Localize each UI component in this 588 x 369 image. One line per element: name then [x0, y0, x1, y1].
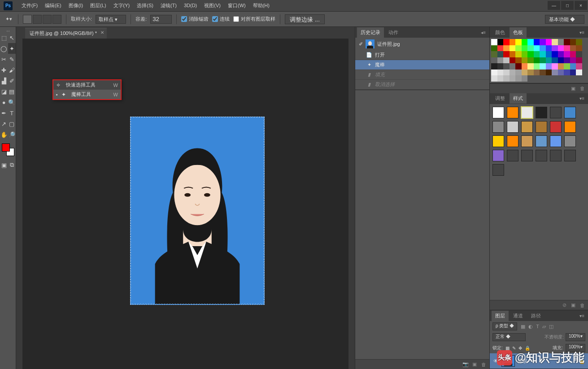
style-preset[interactable] — [492, 164, 504, 176]
new-swatch-icon[interactable]: ▣ — [570, 85, 576, 91]
swatch[interactable] — [510, 51, 516, 57]
swatch[interactable] — [552, 69, 558, 76]
pen-tool[interactable]: ✒ — [0, 108, 8, 118]
swatch[interactable] — [527, 39, 534, 45]
history-row[interactable]: ▮填充 — [355, 70, 489, 80]
menu-item[interactable]: 图像(I) — [65, 3, 87, 8]
history-row[interactable]: ▮取消选择 — [355, 80, 489, 90]
close-tab-icon[interactable]: ✕ — [100, 30, 104, 35]
move-tool[interactable]: ↖ — [8, 32, 16, 43]
swatch[interactable] — [515, 63, 522, 69]
history-document-row[interactable]: ✐ 证件照.jpg — [355, 38, 489, 50]
swatch[interactable] — [576, 39, 582, 45]
type-tool[interactable]: T — [8, 108, 16, 118]
swatch[interactable] — [534, 39, 540, 45]
all-layers-checkbox[interactable]: 对所有图层取样 — [233, 16, 275, 22]
swatch[interactable] — [510, 57, 516, 64]
swatch[interactable] — [515, 57, 522, 64]
swatch[interactable] — [540, 69, 546, 76]
blur-tool[interactable]: ● — [0, 97, 8, 108]
menu-item[interactable]: 选择(S) — [133, 3, 157, 8]
swatch[interactable] — [527, 45, 534, 52]
screen-mode[interactable]: ⧉ — [8, 160, 16, 170]
selection-add[interactable] — [33, 15, 42, 24]
swatch[interactable] — [564, 39, 570, 45]
selection-intersect[interactable] — [52, 15, 61, 24]
swatch[interactable] — [570, 57, 576, 64]
swatch[interactable] — [515, 75, 522, 82]
document-tab[interactable]: 证件照.jpg @ 100%(RGB/8#) *✕ — [25, 28, 107, 39]
filter-pixel-icon[interactable]: ▦ — [521, 324, 525, 330]
style-preset[interactable] — [564, 150, 576, 161]
menu-item[interactable]: 帮助(H) — [249, 3, 273, 8]
marquee-tool[interactable]: ⬚ — [0, 32, 8, 43]
hand-tool[interactable]: ✋ — [0, 129, 8, 140]
swatch[interactable] — [503, 51, 510, 57]
filter-smart-icon[interactable]: ◫ — [549, 324, 553, 330]
eyedropper-tool[interactable]: ✎ — [8, 54, 16, 65]
style-preset[interactable] — [564, 107, 576, 118]
zoom-tool[interactable]: 🔎 — [8, 129, 16, 140]
style-preset[interactable] — [550, 121, 562, 133]
style-preset[interactable] — [492, 121, 504, 133]
swatch[interactable] — [534, 51, 540, 57]
swatch[interactable] — [558, 51, 564, 57]
swatch[interactable] — [497, 51, 504, 57]
blend-mode-select[interactable]: 正常 ◆ — [492, 333, 526, 341]
opacity-input[interactable]: 100%▾ — [566, 333, 585, 341]
swatch[interactable] — [491, 45, 497, 52]
menu-item[interactable]: 文字(Y) — [110, 3, 134, 8]
swatch[interactable] — [522, 75, 528, 82]
dodge-tool[interactable]: 🔍 — [8, 97, 16, 108]
swatch[interactable] — [558, 57, 564, 64]
panel-menu-icon[interactable]: ▾≡ — [578, 30, 586, 35]
swatch[interactable] — [534, 45, 540, 52]
swatch[interactable] — [497, 45, 504, 52]
swatch[interactable] — [552, 63, 558, 69]
swatch[interactable] — [546, 51, 552, 57]
swatch[interactable] — [558, 69, 564, 76]
swatch[interactable] — [497, 75, 504, 82]
swatch[interactable] — [527, 57, 534, 64]
color-swatch[interactable] — [2, 143, 14, 156]
swatch[interactable] — [564, 57, 570, 64]
menu-item[interactable]: 图层(L) — [87, 3, 109, 8]
swatch[interactable] — [497, 57, 504, 64]
swatch[interactable] — [570, 51, 576, 57]
style-preset[interactable] — [521, 135, 533, 147]
close-button[interactable]: × — [575, 1, 587, 10]
swatch[interactable] — [534, 69, 540, 76]
swatch[interactable] — [558, 39, 564, 45]
tab-color[interactable]: 颜色 — [492, 27, 509, 38]
antialias-checkbox[interactable]: 消除锯齿 — [181, 16, 209, 22]
swatch[interactable] — [515, 69, 522, 76]
swatch[interactable] — [570, 39, 576, 45]
swatch[interactable] — [540, 51, 546, 57]
swatch[interactable] — [522, 51, 528, 57]
style-preset[interactable] — [521, 150, 533, 161]
toolbar-collapse[interactable] — [16, 27, 22, 369]
style-preset[interactable] — [492, 107, 504, 118]
magic-wand-tool[interactable]: ✦ — [8, 43, 16, 54]
selection-subtract[interactable] — [43, 15, 52, 24]
swatch[interactable] — [576, 63, 582, 69]
style-preset[interactable] — [507, 150, 518, 161]
swatch[interactable] — [552, 57, 558, 64]
tool-preset-icon[interactable]: ✦▾ — [4, 14, 13, 24]
layer-filter-select[interactable]: ρ 类型 ◆ — [492, 322, 517, 330]
panel-menu-icon[interactable]: ◂≡ — [479, 30, 488, 35]
tab-swatches[interactable]: 色板 — [510, 27, 527, 38]
swatch[interactable] — [546, 45, 552, 52]
crop-tool[interactable]: ✂ — [0, 54, 8, 65]
swatch[interactable] — [503, 57, 510, 64]
canvas[interactable] — [130, 117, 265, 305]
minimize-button[interactable]: — — [548, 1, 560, 10]
style-preset[interactable] — [507, 107, 518, 118]
filter-shape-icon[interactable]: ▱ — [542, 324, 546, 330]
swatch[interactable] — [491, 57, 497, 64]
swatch[interactable] — [503, 69, 510, 76]
style-preset[interactable] — [536, 121, 547, 133]
filter-adjust-icon[interactable]: ◐ — [528, 324, 533, 330]
style-preset[interactable] — [550, 150, 562, 161]
tab-channels[interactable]: 通道 — [510, 311, 527, 321]
